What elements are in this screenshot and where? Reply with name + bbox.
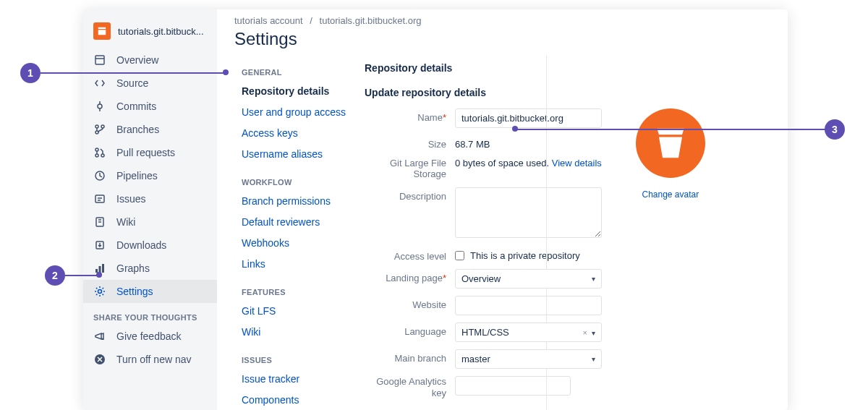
section-title: Repository details xyxy=(365,62,718,74)
chevron-down-icon: ▾ xyxy=(592,355,595,363)
settings-user-group-access[interactable]: User and group access xyxy=(242,102,350,123)
label-description: Description xyxy=(365,187,455,202)
repo-avatar-large xyxy=(636,108,705,178)
landing-select[interactable]: Overview▾ xyxy=(455,269,602,289)
content-area: tutorials account / tutorials.git.bitbuc… xyxy=(217,9,788,410)
settings-links[interactable]: Links xyxy=(242,254,350,275)
svg-point-2 xyxy=(98,104,102,108)
issues-icon xyxy=(93,192,106,205)
svg-point-9 xyxy=(95,154,98,157)
nav-pullrequests[interactable]: Pull requests xyxy=(83,141,217,164)
settings-access-keys[interactable]: Access keys xyxy=(242,123,350,144)
clear-icon[interactable]: × xyxy=(582,328,587,337)
settings-components[interactable]: Components xyxy=(242,390,350,410)
label-landing: Landing page xyxy=(386,273,443,283)
name-input[interactable] xyxy=(455,108,602,128)
nav-source[interactable]: Source xyxy=(83,72,217,95)
repo-avatar-small xyxy=(93,22,111,40)
annotation-3: 3 xyxy=(825,119,845,140)
group-issues: ISSUES xyxy=(242,356,350,364)
repo-header: tutorials.git.bitbuck... xyxy=(83,18,217,48)
settings-default-reviewers[interactable]: Default reviewers xyxy=(242,212,350,233)
language-select[interactable]: HTML/CSS×▾ xyxy=(455,323,602,342)
nav-downloads[interactable]: Downloads xyxy=(83,234,217,257)
settings-nav: GENERAL Repository details User and grou… xyxy=(234,59,350,410)
label-access: Access level xyxy=(365,247,455,262)
repo-name: tutorials.git.bitbuck... xyxy=(118,26,204,37)
svg-point-5 xyxy=(95,125,98,128)
lfs-view-details-link[interactable]: View details xyxy=(552,158,602,168)
label-branch: Main branch xyxy=(365,349,455,364)
source-icon xyxy=(93,77,106,90)
group-features: FEATURES xyxy=(242,288,350,296)
nav-settings[interactable]: Settings xyxy=(83,280,217,303)
branches-icon xyxy=(93,123,106,136)
nav-graphs[interactable]: Graphs xyxy=(83,257,217,280)
label-website: Website xyxy=(365,296,455,311)
share-thoughts-label: SHARE YOUR THOUGHTS xyxy=(83,303,217,325)
settings-username-aliases[interactable]: Username aliases xyxy=(242,144,350,165)
label-name: Name xyxy=(417,112,443,123)
nav-wiki[interactable]: Wiki xyxy=(83,210,217,234)
settings-webhooks[interactable]: Webhooks xyxy=(242,233,350,254)
size-value: 68.7 MB xyxy=(455,135,602,150)
svg-point-8 xyxy=(95,148,98,151)
svg-point-22 xyxy=(98,290,102,294)
private-label: This is a private repository xyxy=(470,250,580,261)
nav-feedback[interactable]: Give feedback xyxy=(83,325,217,348)
nav-issues[interactable]: Issues xyxy=(83,187,217,210)
description-textarea[interactable] xyxy=(455,187,602,238)
gear-icon xyxy=(93,285,106,298)
group-general: GENERAL xyxy=(242,68,350,77)
branch-select[interactable]: master▾ xyxy=(455,349,602,369)
downloads-icon xyxy=(93,239,106,252)
label-language: Language xyxy=(365,323,455,338)
settings-repository-details[interactable]: Repository details xyxy=(242,81,350,102)
svg-point-10 xyxy=(101,154,104,157)
annotation-1: 1 xyxy=(20,63,41,83)
main-panel: Repository details Update repository det… xyxy=(350,59,718,410)
nav-commits[interactable]: Commits xyxy=(83,95,217,118)
label-size: Size xyxy=(365,135,455,150)
settings-wiki[interactable]: Wiki xyxy=(242,322,350,343)
svg-rect-12 xyxy=(95,195,104,202)
svg-rect-21 xyxy=(102,264,104,273)
label-ga: Google Analytics key xyxy=(365,376,455,398)
commits-icon xyxy=(93,100,106,113)
breadcrumb: tutorials account / tutorials.git.bitbuc… xyxy=(234,15,770,26)
settings-git-lfs[interactable]: Git LFS xyxy=(242,301,350,322)
svg-point-7 xyxy=(101,125,104,128)
breadcrumb-repo[interactable]: tutorials.git.bitbucket.org xyxy=(320,15,422,26)
page-title: Settings xyxy=(234,29,770,49)
breadcrumb-account[interactable]: tutorials account xyxy=(234,15,303,26)
svg-rect-0 xyxy=(95,56,104,64)
change-avatar-link[interactable]: Change avatar xyxy=(642,189,699,200)
website-input[interactable] xyxy=(455,296,602,315)
chevron-down-icon: ▾ xyxy=(592,275,595,283)
overview-icon xyxy=(93,54,106,67)
lfs-value: 0 bytes of space used. xyxy=(455,158,552,168)
group-workflow: WORKFLOW xyxy=(242,178,350,187)
label-lfs: Git Large File Storage xyxy=(365,158,455,180)
chevron-down-icon: ▾ xyxy=(592,329,595,337)
nav-pipelines[interactable]: Pipelines xyxy=(83,164,217,187)
pipelines-icon xyxy=(93,169,106,182)
close-icon xyxy=(93,353,106,366)
pullrequests-icon xyxy=(93,146,106,159)
annotation-2: 2 xyxy=(45,265,65,286)
settings-issue-tracker[interactable]: Issue tracker xyxy=(242,369,350,390)
repo-sidebar: tutorials.git.bitbuck... Overview Source… xyxy=(83,9,217,410)
ga-key-input[interactable] xyxy=(455,376,571,396)
nav-overview[interactable]: Overview xyxy=(83,48,217,72)
subsection-title: Update repository details xyxy=(365,87,718,98)
megaphone-icon xyxy=(93,330,106,343)
private-checkbox[interactable] xyxy=(455,251,464,260)
nav-turnoff[interactable]: Turn off new nav xyxy=(83,348,217,371)
nav-branches[interactable]: Branches xyxy=(83,118,217,141)
wiki-icon xyxy=(93,215,106,229)
settings-branch-permissions[interactable]: Branch permissions xyxy=(242,191,350,212)
